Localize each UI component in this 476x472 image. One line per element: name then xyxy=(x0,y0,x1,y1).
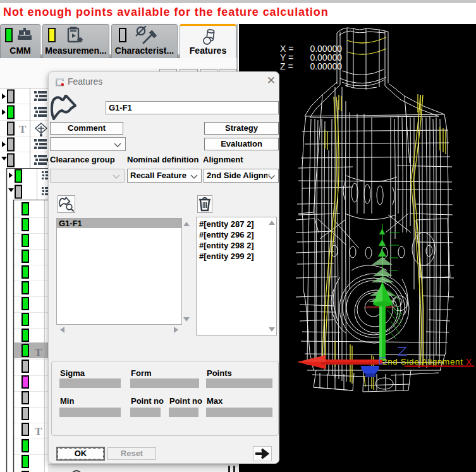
svg-text:Z =: Z = xyxy=(280,61,293,71)
svg-text:T: T xyxy=(35,346,42,358)
svg-text:T: T xyxy=(19,123,27,135)
svg-text:T: T xyxy=(35,425,42,437)
svg-text:2nd Side Alignment: 2nd Side Alignment xyxy=(382,357,463,366)
svg-text:0.00000: 0.00000 xyxy=(310,61,342,71)
